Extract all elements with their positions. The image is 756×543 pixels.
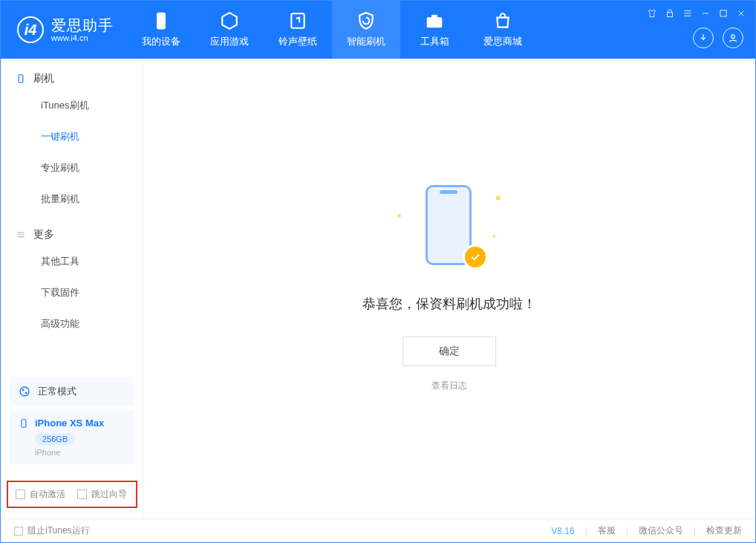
header-actions — [693, 27, 743, 48]
sidebar-item-batch-flash[interactable]: 批量刷机 — [1, 183, 143, 215]
list-icon — [16, 230, 26, 240]
sidebar-item-pro-flash[interactable]: 专业刷机 — [1, 152, 143, 183]
nav-my-device[interactable]: 我的设备 — [127, 1, 195, 59]
ok-button[interactable]: 确定 — [403, 336, 496, 366]
shirt-icon[interactable] — [647, 8, 657, 19]
version-label: V8.16 — [551, 526, 574, 536]
nav-label: 铃声壁纸 — [278, 35, 317, 48]
sidebar-section-title: 刷机 — [33, 72, 54, 85]
svg-rect-0 — [157, 13, 166, 29]
account-button[interactable] — [723, 27, 743, 48]
main-nav: 我的设备 应用游戏 铃声壁纸 智能刷机 工具箱 爱思商城 — [127, 1, 537, 59]
device-name: iPhone XS Max — [35, 417, 104, 429]
checkbox-label: 自动激活 — [30, 488, 65, 501]
nav-label: 应用游戏 — [210, 35, 249, 48]
close-icon[interactable] — [736, 8, 746, 19]
svg-rect-3 — [432, 15, 437, 17]
svg-rect-4 — [668, 13, 673, 17]
phone-icon — [151, 11, 171, 30]
sidebar-item-download-firmware[interactable]: 下载固件 — [1, 277, 143, 308]
nav-label: 工具箱 — [420, 35, 449, 48]
device-storage-badge: 256GB — [35, 433, 75, 445]
nav-apps[interactable]: 应用游戏 — [195, 1, 264, 59]
success-message: 恭喜您，保资料刷机成功啦！ — [362, 295, 536, 313]
sidebar-item-other-tools[interactable]: 其他工具 — [1, 246, 143, 277]
view-log-link[interactable]: 查看日志 — [431, 380, 467, 392]
checkbox-icon — [77, 490, 87, 499]
download-button[interactable] — [693, 27, 714, 48]
block-itunes-checkbox[interactable]: 阻止iTunes运行 — [14, 524, 90, 537]
nav-ringtones[interactable]: 铃声壁纸 — [264, 1, 332, 59]
checkbox-icon — [14, 527, 23, 536]
svg-point-10 — [25, 392, 27, 394]
support-link[interactable]: 客服 — [598, 524, 616, 537]
check-badge-icon — [463, 244, 488, 270]
checkbox-label: 阻止iTunes运行 — [27, 524, 90, 537]
music-icon — [288, 11, 307, 30]
skip-guide-checkbox[interactable]: 跳过向导 — [77, 488, 127, 501]
app-subtitle: www.i4.cn — [51, 33, 114, 42]
device-small-icon — [16, 74, 26, 84]
svg-rect-2 — [427, 18, 442, 27]
menu-icon[interactable] — [682, 8, 693, 19]
sidebar-section-flash: 刷机 — [1, 72, 143, 90]
checkbox-icon — [16, 490, 25, 499]
nav-label: 我的设备 — [142, 35, 180, 48]
success-illustration: ✦ ✦ ✦ — [397, 185, 501, 274]
logo: i4 爱思助手 www.i4.cn — [1, 16, 127, 43]
main-content: ✦ ✦ ✦ 恭喜您，保资料刷机成功啦！ 确定 查看日志 — [143, 59, 755, 518]
phone-small-icon — [19, 418, 29, 429]
checkbox-label: 跳过向导 — [91, 488, 127, 501]
svg-point-9 — [22, 389, 25, 391]
separator: | — [585, 526, 587, 536]
svg-rect-7 — [19, 75, 23, 83]
device-info-box[interactable]: iPhone XS Max 256GB iPhone — [10, 410, 134, 464]
toolbox-icon — [425, 11, 444, 30]
shield-refresh-icon — [356, 11, 376, 30]
svg-rect-11 — [22, 419, 26, 427]
separator: | — [626, 526, 628, 536]
sidebar-item-advanced[interactable]: 高级功能 — [1, 308, 143, 339]
sidebar-section-more: 更多 — [1, 228, 143, 246]
svg-point-6 — [731, 35, 735, 39]
device-type: iPhone — [35, 448, 125, 457]
separator: | — [694, 526, 696, 536]
minimize-icon[interactable] — [700, 8, 711, 19]
window-controls — [647, 8, 746, 19]
sparkle-icon: ✦ — [490, 233, 498, 241]
app-title: 爱思助手 — [51, 17, 114, 33]
statusbar: 阻止iTunes运行 V8.16 | 客服 | 微信公众号 | 检查更新 — [1, 518, 755, 542]
mode-icon — [19, 386, 30, 397]
options-highlighted-row: 自动激活 跳过向导 — [7, 481, 137, 508]
nav-flash[interactable]: 智能刷机 — [332, 1, 400, 59]
wechat-link[interactable]: 微信公众号 — [639, 524, 683, 537]
svg-rect-5 — [720, 10, 726, 16]
device-mode-label: 正常模式 — [38, 385, 76, 398]
sparkle-icon: ✦ — [491, 191, 506, 206]
nav-label: 智能刷机 — [347, 35, 385, 48]
auto-activate-checkbox[interactable]: 自动激活 — [16, 488, 65, 501]
logo-icon: i4 — [17, 16, 44, 43]
maximize-icon[interactable] — [718, 8, 729, 19]
lock-icon[interactable] — [665, 8, 675, 19]
nav-label: 爱思商城 — [483, 35, 522, 48]
device-mode-box[interactable]: 正常模式 — [10, 377, 134, 406]
titlebar: i4 爱思助手 www.i4.cn 我的设备 应用游戏 铃声壁纸 智能刷机 工具… — [1, 1, 755, 59]
sidebar: 刷机 iTunes刷机 一键刷机 专业刷机 批量刷机 更多 其他工具 下载固件 … — [1, 59, 143, 518]
sidebar-item-itunes-flash[interactable]: iTunes刷机 — [1, 90, 143, 121]
bag-icon — [493, 11, 512, 30]
nav-toolbox[interactable]: 工具箱 — [400, 1, 469, 59]
cube-icon — [220, 11, 239, 30]
nav-store[interactable]: 爱思商城 — [469, 1, 537, 59]
svg-point-8 — [20, 387, 29, 396]
sidebar-item-onekey-flash[interactable]: 一键刷机 — [1, 121, 143, 152]
svg-rect-1 — [291, 13, 304, 28]
sidebar-section-title: 更多 — [33, 228, 54, 241]
sparkle-icon: ✦ — [394, 211, 403, 221]
check-update-link[interactable]: 检查更新 — [706, 524, 742, 537]
